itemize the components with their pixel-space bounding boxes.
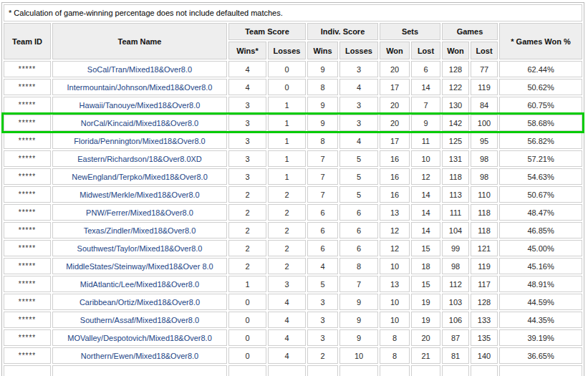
team-name-link[interactable]: Southwest/Taylor/Mixed18&Over8.0: [77, 244, 203, 253]
team-name-link[interactable]: SoCal/Tran/Mixed18&Over8.0: [87, 65, 192, 74]
sets-lost-cell: 21: [411, 347, 440, 364]
games-won-pct-cell: 48.91%: [499, 276, 582, 292]
sets-lost-cell: 11: [411, 132, 440, 149]
indiv-wins-cell: 3: [307, 312, 338, 328]
team-name-link[interactable]: Caribbean/Ortiz/Mixed18&Over8.0: [79, 298, 200, 307]
indiv-wins-cell: 8: [307, 132, 338, 149]
sets-won-cell: 20: [380, 115, 410, 131]
team-id-cell: *****: [4, 222, 51, 238]
games-lost-cell: [471, 365, 498, 376]
team-name-cell: MOValley/Despotovich/Mixed18&Over8.0: [52, 329, 227, 346]
games-lost-cell: 84: [471, 97, 498, 113]
team-name-link[interactable]: Midwest/Merkle/Mixed18&Over8.0: [79, 191, 200, 199]
indiv-wins-cell: 9: [307, 61, 338, 77]
team-name-cell: Northern/Ewen/Mixed18&Over8.0: [52, 347, 227, 364]
games-won-cell: 103: [442, 294, 469, 310]
table-row: ***** MidAtlantic/Lee/Mixed18&Over8.0 1 …: [4, 276, 582, 292]
team-name-cell: MiddleStates/Steinway/Mixed18&Over 8.0: [52, 258, 227, 274]
indiv-wins-cell: 8: [307, 79, 338, 95]
team-wins-cell: 4: [228, 61, 266, 77]
games-won-pct-cell: 54.63%: [499, 168, 582, 185]
team-id-cell: *****: [4, 258, 51, 274]
team-id-cell: *****: [4, 276, 51, 292]
games-lost-cell: 140: [471, 347, 498, 364]
column-group-sets: Sets: [380, 23, 440, 40]
games-won-pct-cell: 60.75%: [499, 97, 582, 113]
indiv-wins-cell: 7: [307, 168, 338, 185]
indiv-wins-cell: 3: [307, 294, 338, 310]
team-id-cell: *****: [4, 204, 51, 221]
games-won-cell: 112: [442, 276, 469, 292]
team-losses-cell: 2: [268, 222, 306, 238]
team-name-link[interactable]: MOValley/Despotovich/Mixed18&Over8.0: [67, 334, 212, 342]
games-lost-cell: 121: [471, 240, 498, 256]
team-id-cell: *****: [4, 186, 51, 203]
games-won-cell: 81: [442, 347, 469, 364]
team-name-cell: Intermountain/Johnson/Mixed18&Over8.0: [52, 79, 227, 95]
table-row-partial: [4, 365, 582, 376]
sets-lost-cell: 14: [411, 79, 440, 95]
team-name-link[interactable]: Texas/Zindler/Mixed18&Over8.0: [84, 226, 196, 235]
header-group-row: Team ID Team Name Team Score Indiv. Scor…: [4, 23, 582, 40]
team-name-link[interactable]: Northern/Ewen/Mixed18&Over8.0: [81, 352, 198, 360]
team-name-link[interactable]: NorCal/Kincaid/Mixed18&Over8.0: [81, 119, 198, 127]
table-row: ***** Intermountain/Johnson/Mixed18&Over…: [4, 79, 582, 95]
team-name-link[interactable]: Eastern/Richardson/18&Over8.0XD: [77, 155, 202, 163]
team-name-cell: SoCal/Tran/Mixed18&Over8.0: [52, 61, 227, 77]
indiv-wins-cell: 9: [307, 115, 338, 131]
team-name-link[interactable]: MidAtlantic/Lee/Mixed18&Over8.0: [80, 280, 199, 289]
games-won-pct-cell: 50.67%: [499, 186, 582, 203]
games-won-pct-cell: 57.21%: [499, 150, 582, 167]
sets-won-cell: 20: [380, 97, 410, 113]
team-wins-cell: 2: [228, 222, 266, 238]
team-name-link[interactable]: NewEngland/Terpko/Mixed18&Over8.0: [72, 173, 208, 181]
team-wins-cell: 2: [228, 204, 266, 221]
team-id-cell: *****: [4, 61, 51, 77]
indiv-losses-cell: 3: [339, 115, 378, 131]
team-name-link[interactable]: Intermountain/Johnson/Mixed18&Over8.0: [67, 83, 212, 92]
team-name-cell: PNW/Ferrer/Mixed18&Over8.0: [52, 204, 227, 221]
team-name-link[interactable]: MiddleStates/Steinway/Mixed18&Over 8.0: [66, 262, 213, 271]
table-row: ***** MiddleStates/Steinway/Mixed18&Over…: [4, 258, 582, 274]
indiv-losses-cell: 6: [339, 204, 378, 221]
indiv-wins-cell: 7: [307, 186, 338, 203]
sets-won-cell: 8: [380, 329, 410, 346]
indiv-wins-cell: [307, 365, 338, 376]
indiv-wins-cell: 5: [307, 276, 338, 292]
games-won-cell: 125: [442, 132, 469, 149]
table-row: ***** Eastern/Richardson/18&Over8.0XD 3 …: [4, 150, 582, 167]
table-row: ***** SoCal/Tran/Mixed18&Over8.0 4 0 9 3…: [4, 61, 582, 77]
team-losses-cell: [268, 365, 306, 376]
games-won-pct-cell: 46.85%: [499, 222, 582, 238]
indiv-wins-cell: 6: [307, 240, 338, 256]
sets-lost-cell: 20: [411, 329, 440, 346]
sets-lost-cell: 14: [411, 222, 440, 238]
team-id-cell: *****: [4, 347, 51, 364]
games-won-cell: 122: [442, 79, 469, 95]
indiv-losses-cell: 5: [339, 150, 378, 167]
team-id-cell: *****: [4, 150, 51, 167]
team-wins-cell: 3: [228, 132, 266, 149]
column-header-games-won: Won: [442, 42, 469, 59]
team-name-link[interactable]: PNW/Ferrer/Mixed18&Over8.0: [86, 208, 193, 217]
column-group-team-score: Team Score: [228, 23, 306, 40]
games-won-pct-cell: 45.16%: [499, 258, 582, 274]
indiv-wins-cell: 6: [307, 222, 338, 238]
games-lost-cell: 110: [471, 186, 498, 203]
games-lost-cell: 135: [471, 329, 498, 346]
column-header-games-lost: Lost: [471, 42, 498, 59]
team-losses-cell: 4: [268, 347, 306, 364]
footnote-text: * Calculation of game-winning percentage…: [4, 4, 582, 21]
team-name-link[interactable]: Southern/Assaf/Mixed18&Over8.0: [80, 316, 199, 324]
games-won-pct-cell: 48.47%: [499, 204, 582, 221]
table-row: ***** Northern/Ewen/Mixed18&Over8.0 0 4 …: [4, 347, 582, 364]
games-lost-cell: 77: [471, 61, 498, 77]
team-name-link[interactable]: Florida/Pennington/Mixed18&Over8.0: [74, 137, 205, 145]
sets-won-cell: 16: [380, 186, 410, 203]
team-name-link[interactable]: Hawaii/Tanouye/Mixed18&Over8.0: [79, 101, 201, 110]
team-id-cell: *****: [4, 294, 51, 310]
sets-lost-cell: 14: [411, 186, 440, 203]
games-won-cell: 111: [442, 204, 469, 221]
games-won-cell: 131: [442, 150, 469, 167]
sets-won-cell: 13: [380, 204, 410, 221]
